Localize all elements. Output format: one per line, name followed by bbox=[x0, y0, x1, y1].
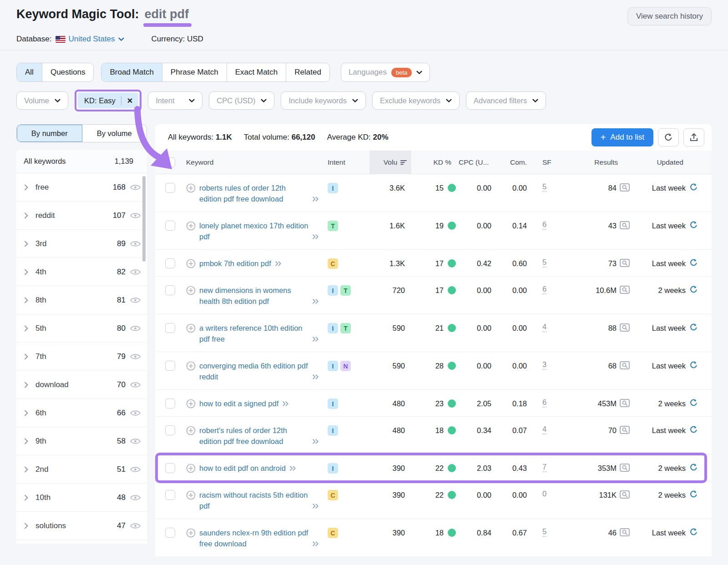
table-row[interactable]: racism without racists 5th edition pdf C… bbox=[155, 481, 712, 519]
all-keywords-group[interactable]: All keywords 1,139 bbox=[16, 150, 147, 173]
table-row[interactable]: new dimensions in womens health 8th edit… bbox=[155, 277, 712, 314]
row-checkbox[interactable] bbox=[165, 528, 175, 538]
keyword-link[interactable]: a writers reference 10th edition pdf fre… bbox=[199, 323, 308, 344]
group-item[interactable]: download 70 bbox=[16, 371, 147, 399]
eye-icon[interactable] bbox=[130, 212, 141, 219]
row-checkbox[interactable] bbox=[165, 221, 175, 231]
refresh-keyword-icon[interactable] bbox=[689, 399, 698, 407]
keyword-link[interactable]: racism without racists 5th edition pdf bbox=[199, 489, 308, 511]
column-keyword[interactable]: Keyword bbox=[186, 158, 328, 166]
export-button[interactable] bbox=[683, 128, 704, 146]
sf-value[interactable]: 6 bbox=[542, 398, 546, 408]
keyword-link[interactable]: how to edit a signed pdf bbox=[199, 398, 278, 409]
open-keyword-icon[interactable] bbox=[275, 261, 283, 267]
eye-icon[interactable] bbox=[130, 184, 141, 191]
tab-questions[interactable]: Questions bbox=[42, 63, 94, 81]
row-checkbox[interactable] bbox=[165, 425, 175, 435]
serp-preview-icon[interactable] bbox=[620, 323, 630, 332]
add-keyword-icon[interactable] bbox=[186, 490, 196, 500]
languages-dropdown[interactable]: Languages beta bbox=[341, 63, 430, 82]
serp-preview-icon[interactable] bbox=[620, 464, 630, 472]
add-keyword-icon[interactable] bbox=[186, 221, 196, 231]
sf-value[interactable]: 5 bbox=[542, 182, 546, 192]
refresh-keyword-icon[interactable] bbox=[689, 463, 698, 472]
tab-phrase-match[interactable]: Phrase Match bbox=[162, 63, 227, 81]
open-keyword-icon[interactable] bbox=[312, 336, 320, 342]
open-keyword-icon[interactable] bbox=[289, 465, 297, 471]
table-row[interactable]: pmbok 7th edition pdf C 1.3K 17 0.42 0.6… bbox=[155, 250, 712, 277]
refresh-keyword-icon[interactable] bbox=[689, 323, 698, 332]
refresh-keyword-icon[interactable] bbox=[689, 528, 698, 536]
add-keyword-icon[interactable] bbox=[186, 528, 196, 538]
keyword-link[interactable]: new dimensions in womens health 8th edit… bbox=[199, 285, 308, 307]
row-checkbox[interactable] bbox=[165, 323, 175, 333]
tab-related[interactable]: Related bbox=[286, 63, 329, 81]
group-item[interactable]: 9th 58 bbox=[16, 427, 147, 455]
open-keyword-icon[interactable] bbox=[282, 401, 290, 407]
open-keyword-icon[interactable] bbox=[312, 196, 320, 202]
add-to-list-button[interactable]: + Add to list bbox=[592, 128, 653, 146]
row-checkbox[interactable] bbox=[165, 490, 175, 500]
column-sf[interactable]: SF bbox=[540, 158, 565, 166]
add-keyword-icon[interactable] bbox=[186, 361, 196, 371]
group-item[interactable]: 3rd 89 bbox=[16, 230, 147, 258]
tab-exact-match[interactable]: Exact Match bbox=[227, 63, 286, 81]
open-keyword-icon[interactable] bbox=[312, 503, 320, 509]
eye-icon[interactable] bbox=[130, 297, 141, 304]
add-keyword-icon[interactable] bbox=[186, 259, 196, 268]
open-keyword-icon[interactable] bbox=[312, 234, 320, 240]
refresh-keyword-icon[interactable] bbox=[689, 258, 698, 267]
group-item[interactable]: 2nd 51 bbox=[16, 455, 147, 484]
refresh-keyword-icon[interactable] bbox=[689, 183, 698, 192]
refresh-keyword-icon[interactable] bbox=[689, 425, 698, 434]
open-keyword-icon[interactable] bbox=[312, 374, 320, 380]
table-row[interactable]: converging media 6th edition pdf reddit … bbox=[155, 352, 712, 390]
group-item[interactable]: introduction 43 bbox=[16, 540, 147, 544]
include-keywords-dropdown[interactable]: Include keywords bbox=[281, 91, 365, 110]
serp-preview-icon[interactable] bbox=[620, 221, 630, 229]
group-item[interactable]: 8th 81 bbox=[16, 286, 147, 314]
keyword-link[interactable]: saunders nclex-rn 9th edition pdf free d… bbox=[199, 527, 308, 549]
intent-filter-dropdown[interactable]: Intent bbox=[148, 91, 202, 110]
open-keyword-icon[interactable] bbox=[312, 439, 320, 444]
serp-preview-icon[interactable] bbox=[620, 286, 630, 294]
select-all-checkbox[interactable] bbox=[165, 157, 175, 167]
sf-value[interactable]: 5 bbox=[542, 527, 546, 537]
table-row[interactable]: lonely planet mexico 17th edition pdf T … bbox=[155, 212, 712, 250]
column-intent[interactable]: Intent bbox=[328, 158, 369, 166]
eye-icon[interactable] bbox=[130, 325, 141, 332]
eye-icon[interactable] bbox=[130, 466, 141, 473]
group-item[interactable]: 10th 48 bbox=[16, 484, 147, 512]
group-item[interactable]: 6th 66 bbox=[16, 399, 147, 427]
serp-preview-icon[interactable] bbox=[620, 183, 630, 192]
row-checkbox[interactable] bbox=[165, 463, 175, 473]
group-item[interactable]: 5th 80 bbox=[16, 314, 147, 343]
open-keyword-icon[interactable] bbox=[312, 541, 320, 547]
sf-value[interactable]: 5 bbox=[542, 258, 546, 267]
group-item[interactable]: 4th 82 bbox=[16, 258, 147, 286]
refresh-keyword-icon[interactable] bbox=[689, 221, 698, 229]
row-checkbox[interactable] bbox=[165, 183, 175, 193]
serp-preview-icon[interactable] bbox=[620, 399, 630, 407]
cpc-filter-dropdown[interactable]: CPC (USD) bbox=[209, 91, 274, 110]
table-row-highlighted[interactable]: how to edit pdf on android I 390 22 2.03… bbox=[155, 454, 712, 481]
database-selector[interactable]: United States bbox=[56, 35, 124, 44]
add-keyword-icon[interactable] bbox=[186, 464, 196, 473]
eye-icon[interactable] bbox=[130, 353, 141, 360]
eye-icon[interactable] bbox=[130, 409, 141, 417]
eye-icon[interactable] bbox=[130, 522, 141, 530]
add-keyword-icon[interactable] bbox=[186, 399, 196, 409]
sf-value[interactable]: 4 bbox=[542, 323, 546, 332]
advanced-filters-dropdown[interactable]: Advanced filters bbox=[466, 91, 546, 110]
refresh-keyword-icon[interactable] bbox=[689, 361, 698, 369]
keyword-link[interactable]: lonely planet mexico 17th edition pdf bbox=[199, 220, 308, 242]
row-checkbox[interactable] bbox=[165, 361, 175, 371]
sidebar-scrollbar[interactable] bbox=[142, 176, 146, 262]
add-keyword-icon[interactable] bbox=[186, 323, 196, 333]
by-volume-toggle[interactable]: By volume bbox=[82, 125, 147, 142]
group-item[interactable]: solutions 47 bbox=[16, 512, 147, 540]
group-item[interactable]: free 168 bbox=[16, 173, 147, 202]
refresh-metrics-button[interactable] bbox=[658, 128, 679, 146]
row-checkbox[interactable] bbox=[165, 399, 175, 409]
by-number-toggle[interactable]: By number bbox=[17, 125, 82, 142]
